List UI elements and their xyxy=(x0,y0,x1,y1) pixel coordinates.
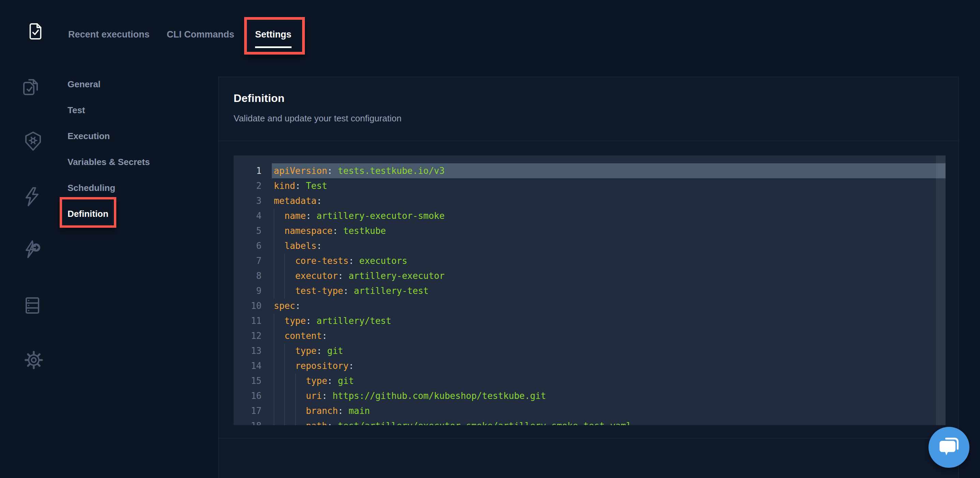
code-line: 2kind: Test xyxy=(234,178,945,193)
lightning-arrow-icon[interactable] xyxy=(22,239,44,261)
code-line: 15 type: git xyxy=(234,373,945,388)
code-text: metadata: xyxy=(274,193,322,208)
code-lines: 1apiVersion: tests.testkube.io/v32kind: … xyxy=(234,163,945,425)
chat-launcher[interactable] xyxy=(929,427,969,468)
code-text: executor: artillery-executor xyxy=(274,268,445,283)
code-text: kind: Test xyxy=(274,178,327,193)
code-text: uri: https://github.com/kubeshop/testkub… xyxy=(274,388,546,403)
panel-footer: Save xyxy=(219,438,959,478)
tab-recent-executions[interactable]: Recent executions xyxy=(68,29,150,40)
line-number: 1 xyxy=(234,163,261,178)
code-line: 13 type: git xyxy=(234,343,945,358)
code-text: type: git xyxy=(274,343,344,358)
menu-item-execution[interactable]: Execution xyxy=(67,128,110,144)
line-number: 9 xyxy=(234,283,261,299)
line-number: 15 xyxy=(234,373,261,388)
menu-item-definition[interactable]: Definition xyxy=(67,206,108,222)
code-text: branch: main xyxy=(274,403,370,418)
menu-item-general[interactable]: General xyxy=(67,76,100,92)
documents-check-icon[interactable] xyxy=(21,77,43,98)
line-number: 4 xyxy=(234,208,261,223)
line-number: 5 xyxy=(234,223,261,238)
code-text: labels: xyxy=(274,238,322,253)
lightning-icon[interactable] xyxy=(21,186,43,208)
chat-bubble-icon xyxy=(937,436,961,459)
editor-scrollbar[interactable] xyxy=(936,156,945,425)
code-line: 3metadata: xyxy=(234,193,945,208)
code-text: apiVersion: tests.testkube.io/v3 xyxy=(274,163,445,178)
code-line: 10spec: xyxy=(234,299,945,313)
test-document-check-icon xyxy=(27,22,45,43)
code-text: path: test/artillery/executor-smoke/arti… xyxy=(274,418,632,425)
definition-panel: Definition Validate and update your test… xyxy=(218,77,959,478)
line-number: 17 xyxy=(234,403,261,418)
code-text: name: artillery-executor-smoke xyxy=(274,208,445,223)
tab-settings[interactable]: Settings xyxy=(255,29,291,40)
server-stack-icon[interactable] xyxy=(21,295,43,316)
menu-item-variables-secrets[interactable]: Variables & Secrets xyxy=(67,154,150,170)
app-root: Recent executionsCLI CommandsSettings Ge… xyxy=(0,0,980,478)
code-line: 12 content: xyxy=(234,328,945,343)
code-line: 16 uri: https://github.com/kubeshop/test… xyxy=(234,388,945,403)
line-number: 11 xyxy=(234,313,261,328)
code-line: 8 executor: artillery-executor xyxy=(234,268,945,283)
code-text: test-type: artillery-test xyxy=(274,283,429,299)
panel-subtitle: Validate and update your test configurat… xyxy=(234,113,401,124)
gear-icon[interactable] xyxy=(23,349,45,371)
code-line: 17 branch: main xyxy=(234,403,945,418)
line-number: 2 xyxy=(234,178,261,193)
panel-title: Definition xyxy=(234,92,285,105)
code-line: 4 name: artillery-executor-smoke xyxy=(234,208,945,223)
code-line: 7 core-tests: executors xyxy=(234,253,945,268)
code-text: core-tests: executors xyxy=(274,253,407,268)
line-number: 8 xyxy=(234,268,261,283)
code-text: type: git xyxy=(274,373,354,388)
yaml-editor[interactable]: 1apiVersion: tests.testkube.io/v32kind: … xyxy=(234,156,945,425)
code-text: spec: xyxy=(274,299,301,313)
code-line: 9 test-type: artillery-test xyxy=(234,283,945,299)
line-number: 14 xyxy=(234,358,261,373)
line-number: 18 xyxy=(234,418,261,425)
code-line: 11 type: artillery/test xyxy=(234,313,945,328)
code-line: 5 namespace: testkube xyxy=(234,223,945,238)
line-number: 12 xyxy=(234,328,261,343)
tab-cli-commands[interactable]: CLI Commands xyxy=(167,29,234,40)
code-text: repository: xyxy=(274,358,354,373)
line-number: 6 xyxy=(234,238,261,253)
line-number: 16 xyxy=(234,388,261,403)
line-number: 13 xyxy=(234,343,261,358)
code-text: type: artillery/test xyxy=(274,313,391,328)
menu-item-test[interactable]: Test xyxy=(67,102,85,118)
code-text: namespace: testkube xyxy=(274,223,386,238)
line-number: 7 xyxy=(234,253,261,268)
shield-gear-icon[interactable] xyxy=(22,130,44,152)
code-text: content: xyxy=(274,328,327,343)
code-line: 14 repository: xyxy=(234,358,945,373)
line-number: 10 xyxy=(234,299,261,313)
code-line: 18 path: test/artillery/executor-smoke/a… xyxy=(234,418,945,425)
code-line: 6 labels: xyxy=(234,238,945,253)
code-line: 1apiVersion: tests.testkube.io/v3 xyxy=(234,163,945,178)
panel-header: Definition Validate and update your test… xyxy=(219,77,959,141)
line-number: 3 xyxy=(234,193,261,208)
menu-item-scheduling[interactable]: Scheduling xyxy=(67,180,115,196)
